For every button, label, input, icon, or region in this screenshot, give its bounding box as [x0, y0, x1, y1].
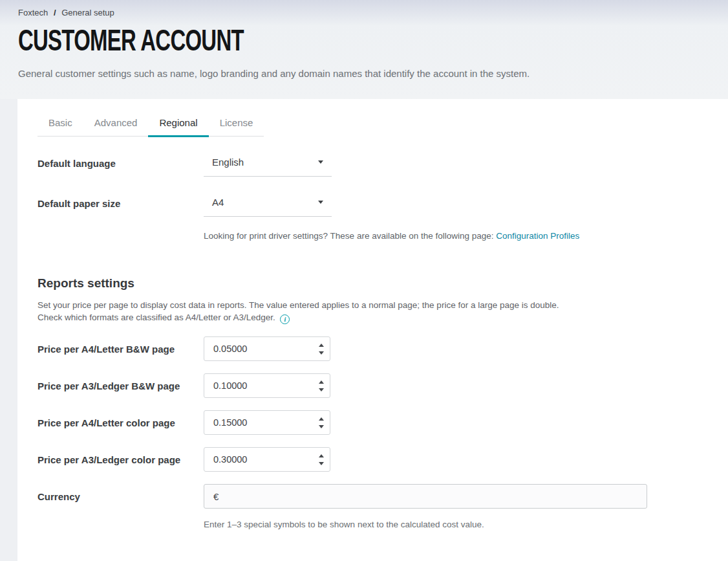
currency-helper-text: Enter 1–3 special symbols to be shown ne… — [204, 520, 702, 529]
print-driver-note-text: Looking for print driver settings? These… — [204, 231, 496, 241]
default-paper-size-row: Default paper size A4 — [37, 193, 702, 217]
price-a4-color-input[interactable] — [204, 411, 308, 434]
price-a3-bw-row: Price per A3/Ledger B&W page — [37, 373, 702, 398]
price-a3-color-label: Price per A3/Ledger color page — [37, 454, 204, 465]
default-paper-size-value: A4 — [212, 197, 224, 208]
price-a4-color-row: Price per A4/Letter color page — [37, 410, 702, 435]
stepper-up-icon[interactable] — [319, 380, 324, 384]
info-icon[interactable]: i — [280, 314, 290, 324]
stepper — [319, 448, 324, 471]
reports-settings-description: Set your price per page to display cost … — [37, 299, 702, 324]
tab-basic[interactable]: Basic — [37, 113, 83, 136]
stepper — [319, 374, 324, 397]
page-description: General customer settings such as name, … — [18, 68, 728, 79]
page-title: CUSTOMER ACCOUNT — [18, 27, 515, 53]
configuration-profiles-link[interactable]: Configuration Profiles — [496, 231, 579, 241]
default-language-row: Default language English — [37, 153, 702, 177]
tab-regional[interactable]: Regional — [148, 113, 208, 136]
default-paper-size-label: Default paper size — [37, 193, 204, 209]
stepper-down-icon[interactable] — [319, 351, 324, 355]
reports-description-line2: Check which formats are classified as A4… — [37, 313, 275, 322]
price-a3-bw-input[interactable] — [204, 374, 308, 397]
reports-settings-heading: Reports settings — [37, 276, 702, 291]
reports-description-line1: Set your price per page to display cost … — [37, 300, 559, 310]
breadcrumb: Foxtech / General setup — [18, 8, 728, 17]
price-a4-color-input-wrap — [204, 410, 330, 435]
tab-advanced[interactable]: Advanced — [83, 113, 149, 136]
tab-license[interactable]: License — [209, 113, 264, 136]
price-a4-bw-input[interactable] — [204, 337, 308, 360]
tab-bar: Basic Advanced Regional License — [37, 113, 264, 137]
breadcrumb-item-foxtech[interactable]: Foxtech — [18, 8, 48, 17]
price-a3-color-input[interactable] — [204, 448, 308, 471]
stepper-down-icon[interactable] — [319, 425, 324, 428]
page-header: Foxtech / General setup CUSTOMER ACCOUNT… — [0, 0, 728, 99]
price-a3-color-input-wrap — [204, 447, 330, 472]
chevron-down-icon — [318, 201, 323, 204]
default-language-value: English — [212, 157, 244, 168]
stepper-up-icon[interactable] — [319, 454, 324, 457]
price-a3-bw-label: Price per A3/Ledger B&W page — [37, 380, 204, 391]
price-a4-bw-label: Price per A4/Letter B&W page — [37, 344, 204, 355]
print-driver-note: Looking for print driver settings? These… — [204, 231, 702, 241]
stepper-down-icon[interactable] — [319, 388, 324, 391]
price-a3-bw-input-wrap — [204, 373, 330, 398]
price-a4-bw-row: Price per A4/Letter B&W page — [37, 336, 702, 361]
default-language-select[interactable]: English — [204, 153, 332, 177]
stepper — [319, 337, 324, 360]
chevron-down-icon — [318, 160, 323, 164]
stepper — [319, 411, 324, 434]
default-language-label: Default language — [37, 153, 204, 169]
stepper-down-icon[interactable] — [319, 462, 324, 465]
price-a3-color-row: Price per A3/Ledger color page — [37, 447, 702, 472]
currency-input[interactable] — [204, 484, 647, 509]
currency-label: Currency — [37, 491, 204, 502]
price-a4-color-label: Price per A4/Letter color page — [37, 417, 204, 428]
price-a4-bw-input-wrap — [204, 336, 330, 361]
default-paper-size-select[interactable]: A4 — [204, 193, 332, 217]
stepper-up-icon[interactable] — [319, 344, 324, 347]
currency-row: Currency — [37, 484, 702, 509]
breadcrumb-separator: / — [54, 8, 56, 17]
stepper-up-icon[interactable] — [319, 417, 324, 421]
settings-card: Basic Advanced Regional License Default … — [17, 99, 728, 561]
breadcrumb-item-general-setup[interactable]: General setup — [61, 8, 114, 17]
